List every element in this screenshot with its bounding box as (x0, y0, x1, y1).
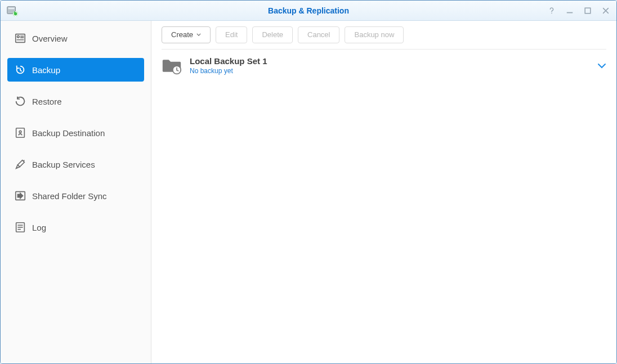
sidebar-item-label: Backup (32, 65, 60, 75)
overview-icon (14, 32, 26, 44)
caret-down-icon (196, 33, 201, 36)
task-text: Local Backup Set 1 No backup yet (190, 56, 597, 75)
titlebar: Backup & Replication (1, 1, 616, 21)
sidebar-item-overview[interactable]: Overview (7, 26, 144, 50)
sidebar-item-label: Log (32, 223, 46, 232)
button-label: Create (171, 30, 193, 39)
svg-rect-4 (567, 12, 573, 13)
close-icon[interactable] (601, 7, 611, 15)
app-window: Backup & Replication Overview (0, 0, 617, 364)
task-title: Local Backup Set 1 (190, 56, 597, 66)
svg-line-12 (20, 70, 22, 71)
backup-task-row[interactable]: Local Backup Set 1 No backup yet (151, 50, 616, 82)
svg-rect-6 (16, 34, 25, 43)
button-label: Delete (262, 30, 283, 39)
task-status: No backup yet (190, 67, 597, 75)
svg-point-3 (551, 12, 552, 14)
sidebar-item-destination[interactable]: Backup Destination (7, 121, 144, 145)
shared-sync-icon (14, 190, 26, 202)
sidebar-item-restore[interactable]: Restore (7, 89, 144, 113)
help-icon[interactable] (547, 7, 557, 15)
sidebar-item-label: Backup Services (32, 160, 95, 169)
chevron-down-icon[interactable] (597, 63, 606, 69)
svg-point-14 (19, 131, 21, 133)
sidebar-item-label: Overview (32, 34, 68, 43)
create-button[interactable]: Create (162, 26, 211, 43)
app-icon (6, 5, 19, 17)
edit-button[interactable]: Edit (216, 26, 247, 43)
cancel-button[interactable]: Cancel (298, 26, 339, 43)
button-label: Backup now (354, 30, 394, 39)
svg-point-7 (17, 35, 20, 38)
window-body: Overview Backup Restore Backup Destinati… (1, 21, 616, 363)
maximize-icon[interactable] (583, 7, 593, 15)
button-label: Edit (225, 30, 238, 39)
sidebar-item-shared-sync[interactable]: Shared Folder Sync (7, 184, 144, 208)
services-icon (14, 158, 26, 170)
sidebar-item-log[interactable]: Log (7, 215, 144, 239)
backup-now-button[interactable]: Backup now (345, 26, 404, 43)
svg-rect-5 (585, 8, 591, 14)
window-title: Backup & Replication (268, 6, 349, 15)
button-label: Cancel (307, 30, 330, 39)
backup-icon (14, 64, 26, 76)
folder-clock-icon (162, 56, 182, 75)
sidebar: Overview Backup Restore Backup Destinati… (1, 21, 151, 363)
sidebar-item-label: Shared Folder Sync (32, 191, 107, 201)
destination-icon (14, 127, 26, 139)
main-panel: Create Edit Delete Cancel Backup now (151, 21, 616, 363)
sidebar-item-label: Backup Destination (32, 128, 105, 138)
sidebar-item-backup[interactable]: Backup (7, 58, 144, 82)
restore-icon (14, 95, 26, 107)
minimize-icon[interactable] (565, 7, 575, 15)
toolbar: Create Edit Delete Cancel Backup now (151, 21, 616, 49)
sidebar-item-services[interactable]: Backup Services (7, 152, 144, 176)
delete-button[interactable]: Delete (252, 26, 293, 43)
sidebar-item-label: Restore (32, 97, 62, 106)
svg-rect-1 (8, 7, 15, 9)
log-icon (14, 221, 26, 233)
window-controls (547, 7, 611, 15)
